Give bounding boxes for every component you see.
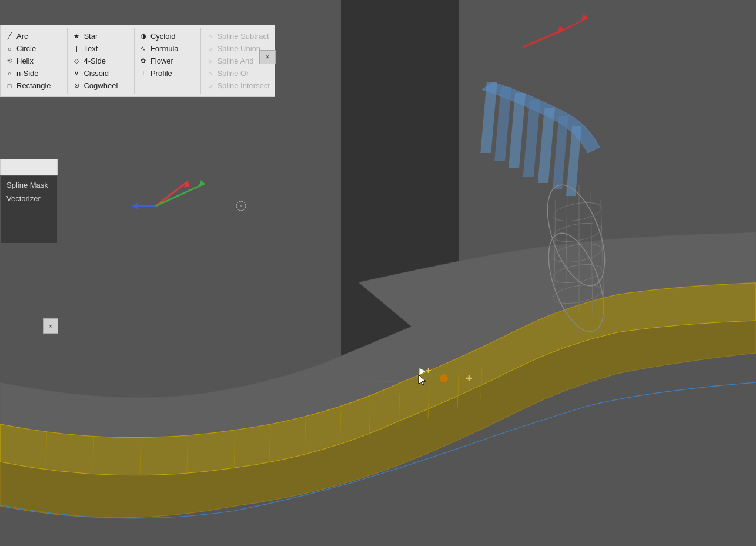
text-icon: |: [72, 45, 81, 53]
menu-item-spline-subtract: ○ Spline Subtract: [201, 30, 275, 42]
menu-item-cycloid[interactable]: ◑ Cycloid: [135, 30, 200, 42]
menu-item-spline-and-label: Spline And: [217, 56, 253, 65]
mouse-cursor: +: [417, 368, 429, 388]
menu-item-spline-intersect-label: Spline Intersect: [217, 81, 270, 90]
menu-item-spline-mask[interactable]: Spline Mask: [1, 178, 57, 192]
menu-item-spline-subtract-label: Spline Subtract: [217, 32, 269, 41]
menu-item-formula[interactable]: ∿ Formula: [135, 42, 200, 55]
menu-item-spline-or-label: Spline Or: [217, 69, 249, 78]
svg-point-32: [236, 201, 246, 211]
svg-marker-27: [132, 202, 138, 209]
svg-point-41: [551, 199, 603, 224]
svg-rect-1: [341, 0, 459, 382]
menu-item-profile[interactable]: ⊥ Profile: [135, 67, 200, 79]
menu-item-helix[interactable]: ⟲ Helix: [1, 55, 67, 67]
svg-line-22: [523, 29, 564, 47]
menu-item-circle-label: Circle: [16, 44, 36, 53]
small-panel: ×: [0, 159, 58, 175]
svg-line-39: [591, 191, 593, 315]
svg-rect-15: [480, 82, 497, 153]
spline-mask-label: Spline Mask: [6, 181, 48, 189]
svg-line-10: [369, 402, 370, 437]
svg-rect-17: [509, 93, 526, 168]
svg-line-5: [187, 431, 188, 471]
arc-icon: ╱: [5, 32, 14, 41]
svg-line-12: [428, 384, 429, 418]
menu-item-flower[interactable]: ✿ Flower: [135, 55, 200, 67]
menu-item-star[interactable]: ★ Star: [68, 30, 133, 42]
menu-item-cogwheel[interactable]: ⊙ Cogwheel: [68, 79, 133, 92]
menu-item-spline-or: ○ Spline Or: [201, 67, 275, 79]
menu-item-cissoid-label: Cissoid: [83, 69, 109, 78]
spline-menu-panel: × ╱ Arc ○ Circle ⟲ Helix ○ n-Sid: [0, 25, 275, 97]
svg-marker-23: [557, 26, 564, 34]
menu-item-rectangle-label: Rectangle: [16, 81, 51, 90]
svg-line-8: [305, 419, 306, 456]
svg-line-13: [457, 375, 459, 408]
menu-item-spline-union-label: Spline Union: [217, 44, 260, 53]
menu-item-helix-label: Helix: [16, 56, 34, 65]
menu-item-nside-label: n-Side: [16, 69, 39, 78]
helix-icon: ⟲: [5, 57, 14, 65]
svg-line-3: [93, 430, 94, 471]
menu-item-4side-label: 4-Side: [83, 56, 106, 65]
vectorizer-label: Vectorizer: [6, 194, 41, 203]
cissoid-icon: ∨: [72, 69, 81, 78]
svg-rect-18: [523, 100, 540, 177]
menu-item-arc-label: Arc: [16, 32, 28, 41]
svg-point-44: [551, 261, 603, 286]
menu-item-cycloid-label: Cycloid: [150, 32, 176, 41]
svg-point-34: [536, 178, 617, 294]
svg-line-2: [46, 424, 47, 465]
svg-line-6: [234, 430, 235, 468]
flower-icon: ✿: [139, 57, 148, 65]
spline-subtract-icon: ○: [206, 32, 214, 41]
menu-item-profile-label: Profile: [150, 69, 172, 78]
star-icon: ★: [72, 32, 81, 41]
profile-icon: ⊥: [139, 69, 148, 78]
menu-item-arc[interactable]: ╱ Arc: [1, 30, 67, 42]
menu-grid: ╱ Arc ○ Circle ⟲ Helix ○ n-Side □ Rect: [1, 25, 275, 96]
close-icon: ×: [265, 53, 269, 61]
svg-line-48: [364, 381, 400, 382]
svg-line-9: [340, 411, 341, 446]
svg-rect-21: [566, 126, 581, 196]
menu-item-4side[interactable]: ◇ 4-Side: [68, 55, 133, 67]
formula-icon: ∿: [139, 45, 148, 53]
menu-col-1: ╱ Arc ○ Circle ⟲ Helix ○ n-Side □ Rect: [1, 28, 67, 94]
svg-point-45: [551, 282, 603, 307]
small-close-icon: ×: [49, 322, 52, 329]
spline-union-icon: ○: [206, 45, 214, 53]
svg-marker-31: [199, 180, 205, 186]
cycloid-icon: ◑: [139, 32, 148, 41]
menu-item-flower-label: Flower: [150, 56, 173, 65]
menu-item-text-label: Text: [83, 44, 98, 53]
menu-item-circle[interactable]: ○ Circle: [1, 42, 67, 55]
svg-line-37: [566, 188, 567, 312]
menu-item-star-label: Star: [83, 32, 98, 41]
menu-item-cissoid[interactable]: ∨ Cissoid: [68, 67, 133, 79]
svg-point-42: [551, 220, 603, 245]
menu-close-button[interactable]: ×: [259, 50, 276, 64]
cursor-plus-icon: +: [426, 365, 431, 376]
menu-col-3: ◑ Cycloid ∿ Formula ✿ Flower ⊥ Profile: [134, 28, 200, 94]
svg-text:+: +: [466, 372, 473, 385]
spline-and-icon: ○: [206, 57, 214, 65]
cogwheel-icon: ⊙: [72, 82, 81, 90]
second-menu-panel: Spline Mask Vectorizer: [0, 175, 58, 244]
svg-rect-20: [553, 116, 568, 189]
menu-item-vectorizer[interactable]: Vectorizer: [1, 192, 57, 205]
svg-point-46: [440, 374, 448, 382]
viewport[interactable]: + × ╱ Arc ○ Circle ⟲ Helix: [0, 0, 756, 546]
svg-marker-25: [581, 14, 588, 22]
menu-item-nside[interactable]: ○ n-Side: [1, 67, 67, 79]
circle-icon: ○: [5, 45, 14, 53]
svg-rect-16: [494, 87, 511, 161]
spline-intersect-icon: ○: [206, 82, 214, 90]
svg-rect-19: [538, 108, 555, 183]
menu-item-text[interactable]: | Text: [68, 42, 133, 55]
svg-line-11: [399, 393, 400, 427]
menu-item-rectangle[interactable]: □ Rectangle: [1, 79, 67, 92]
svg-line-36: [554, 200, 556, 318]
small-panel-close-button[interactable]: ×: [43, 318, 58, 334]
